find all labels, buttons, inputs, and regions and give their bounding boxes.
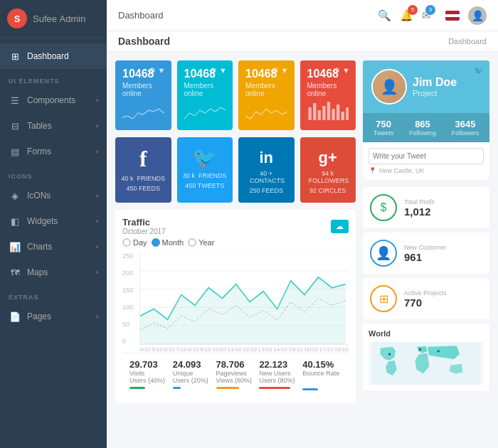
sidebar-item-pages[interactable]: 📄 Pages › [0,304,107,329]
stat-card-2: 10468 Members online ⚙ ▼ [238,60,295,130]
svg-rect-3 [322,106,325,120]
topbar-icons: 🔍 🔔 5 ✉ 3 👤 [378,6,487,25]
sidebar-item-tables[interactable]: ⊟ Tables › [0,113,107,139]
pageviews-sub: Views (60%) [216,377,255,384]
stat-label: Members online [184,82,226,97]
new-customer-info: New Customer 961 [404,244,447,263]
visits-val: 29.703 [129,359,169,370]
social-card-linkedin: in 40 + CONTACTS 250 FEEDS [238,137,295,203]
sidebar-brand: Sufee Admin [33,14,85,24]
dashboard-icon: ⊞ [9,50,21,63]
profile-info: Jim Doe Project [413,76,457,97]
social-feed: 250 FEEDS [244,187,289,194]
stat-card-icons: ⚙ ▼ [333,66,350,75]
sidebar-item-label: Dashboard [27,51,69,61]
sidebar-item-icons[interactable]: ◈ IcONs › [0,183,107,208]
sidebar-item-maps[interactable]: 🗺 Maps › [0,260,107,285]
pageviews-bar [216,387,240,389]
social-stat: 40 + CONTACTS [244,170,289,184]
profile-name: Jim Doe [413,76,457,89]
traffic-header: Traffic October 2017 ☁ [122,217,349,235]
arrow-icon: › [96,243,98,250]
tweets-label: Tweets [374,129,394,137]
user-avatar[interactable]: 👤 [468,6,487,25]
sidebar-item-charts[interactable]: 📊 Charts › [0,234,107,260]
maps-icon: 🗺 [9,266,21,279]
chart-y-labels: 250 200 150 100 50 0 [122,252,136,345]
social-card-twitter: 🐦 30 k FRIENDS 450 TWEETS [177,137,233,203]
sidebar-item-label: Forms [27,146,51,156]
message-icon[interactable]: ✉ 3 [422,9,431,22]
notification-icon[interactable]: 🔔 5 [400,9,413,22]
profile-avatar: 👤 [371,69,407,105]
breadcrumb: Dashboard [448,37,487,46]
following-count: 865 [409,119,436,129]
arrow-icon: › [96,269,98,276]
world-title: World [369,329,484,338]
location-icon: 📍 [369,167,376,174]
sidebar-item-dashboard[interactable]: ⊞ Dashboard [0,43,107,69]
page-heading: Dashboard [118,36,170,47]
stat-card-icons: ⚙ ▼ [272,66,289,75]
content-left: 10468 Members online ⚙ ▼ 10468 Members o… [115,60,356,439]
stat-unique: 24.093 Unique Users (20%) [173,359,212,390]
month-radio[interactable]: Month [152,238,184,247]
stat-card-icons: ⚙ ▼ [149,66,166,75]
bounce-label: Bounce Rate [302,370,341,377]
traffic-chart-svg [140,252,349,344]
cloud-download-button[interactable]: ☁ [331,220,349,233]
profile-top: 👤 Jim Doe Project [363,60,489,113]
year-label: Year [198,238,214,247]
tweet-input[interactable] [369,148,484,164]
newusers-bar [259,387,290,389]
sidebar-item-forms[interactable]: ▤ Forms › [0,139,107,164]
svg-rect-8 [346,107,349,120]
content-right: 🐦 👤 Jim Doe Project 750 Tweets [363,60,489,439]
pages-icon: 📄 [9,310,21,323]
language-flag[interactable] [445,11,460,21]
sidebar-item-components[interactable]: ☰ Components › [0,87,107,113]
svg-point-17 [419,348,421,351]
chart-body [139,252,349,345]
visits-sub: Users (40%) [129,377,169,384]
googleplus-icon: g+ [306,146,351,167]
stat-visits: 29.703 Visits Users (40%) [129,359,169,390]
year-radio[interactable]: Year [188,238,214,247]
total-profit-stat: $ Total Profit 1,012 [363,187,489,228]
day-radio[interactable]: Day [122,238,147,247]
world-map-svg [369,342,484,385]
linkedin-icon: in [244,146,289,167]
main-content: Dashboard 🔍 🔔 5 ✉ 3 👤 Dashboard Dashboar… [107,0,498,448]
new-customer-label: New Customer [404,244,447,251]
sidebar-item-label: Pages [27,311,51,321]
sidebar-logo: S [7,9,27,28]
arrow-icon: › [96,148,98,155]
tweet-footer: 📍 New Castle, UK [369,167,484,174]
month-label: Month [162,238,184,247]
twitter-badge-icon: 🐦 [474,66,484,75]
pageviews-val: 78.706 [216,359,255,370]
day-label: Day [133,238,147,247]
avatar-placeholder: 👤 [373,70,406,103]
svg-point-16 [388,353,391,355]
month-radio-circle [152,238,160,247]
traffic-section: Traffic October 2017 ☁ Day Month [115,210,356,403]
sidebar-item-label: Maps [27,267,48,277]
profile-followers: 3645 Followers [452,119,480,137]
active-projects-info: Active Projects 770 [404,289,447,309]
active-projects-val: 770 [404,297,447,309]
visits-label: Visits [129,370,169,377]
profile-following: 865 Following [409,119,436,137]
year-radio-circle [188,238,196,247]
sidebar-item-label: Tables [27,121,52,131]
profile-role: Project [413,89,457,97]
components-icon: ☰ [9,94,21,107]
section-ui-elements: UI ELEMENTS [0,69,107,87]
sidebar-item-widgets[interactable]: ◧ Widgets › [0,208,107,234]
stat-card-3: 10468 Members online ⚙ ▼ [300,60,356,130]
notification-badge: 5 [408,5,418,15]
topbar: Dashboard 🔍 🔔 5 ✉ 3 👤 [107,0,498,31]
search-icon[interactable]: 🔍 [378,9,391,22]
icons-icon: ◈ [9,189,21,202]
stat-label: Members online [245,82,287,97]
